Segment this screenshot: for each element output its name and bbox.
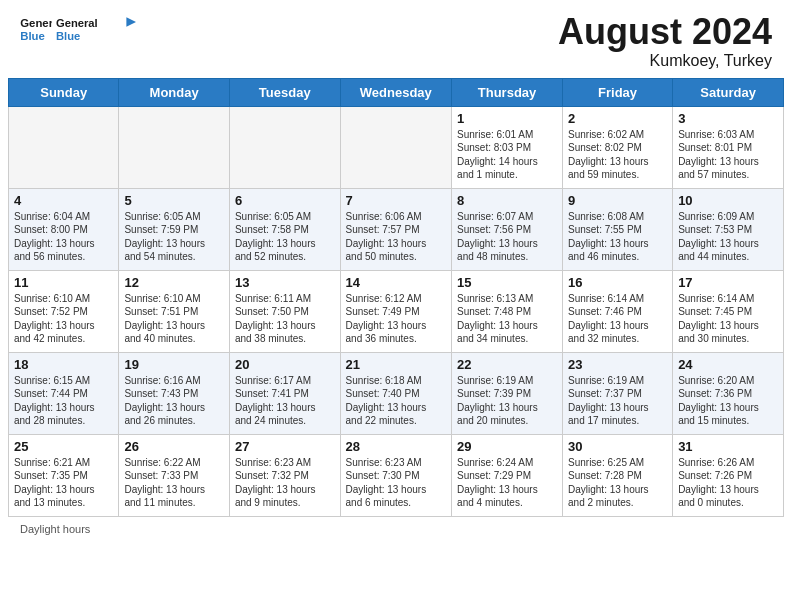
- day-number: 21: [346, 357, 447, 372]
- svg-text:General: General: [20, 17, 52, 29]
- svg-marker-5: [126, 17, 136, 27]
- day-number: 10: [678, 193, 778, 208]
- day-number: 25: [14, 439, 113, 454]
- day-number: 27: [235, 439, 335, 454]
- calendar-cell: 3Sunrise: 6:03 AM Sunset: 8:01 PM Daylig…: [673, 106, 784, 188]
- calendar-cell: 7Sunrise: 6:06 AM Sunset: 7:57 PM Daylig…: [340, 188, 452, 270]
- weekday-header: Saturday: [673, 78, 784, 106]
- day-number: 15: [457, 275, 557, 290]
- day-info: Sunrise: 6:05 AM Sunset: 7:58 PM Dayligh…: [235, 210, 335, 264]
- day-info: Sunrise: 6:22 AM Sunset: 7:33 PM Dayligh…: [124, 456, 224, 510]
- day-number: 14: [346, 275, 447, 290]
- calendar-cell: [229, 106, 340, 188]
- day-info: Sunrise: 6:12 AM Sunset: 7:49 PM Dayligh…: [346, 292, 447, 346]
- day-number: 17: [678, 275, 778, 290]
- day-info: Sunrise: 6:18 AM Sunset: 7:40 PM Dayligh…: [346, 374, 447, 428]
- calendar-cell: 11Sunrise: 6:10 AM Sunset: 7:52 PM Dayli…: [9, 270, 119, 352]
- day-info: Sunrise: 6:19 AM Sunset: 7:39 PM Dayligh…: [457, 374, 557, 428]
- header: General Blue General Blue August 2024 Ku…: [0, 0, 792, 78]
- calendar-cell: 2Sunrise: 6:02 AM Sunset: 8:02 PM Daylig…: [563, 106, 673, 188]
- day-info: Sunrise: 6:02 AM Sunset: 8:02 PM Dayligh…: [568, 128, 667, 182]
- day-number: 30: [568, 439, 667, 454]
- day-info: Sunrise: 6:13 AM Sunset: 7:48 PM Dayligh…: [457, 292, 557, 346]
- day-info: Sunrise: 6:26 AM Sunset: 7:26 PM Dayligh…: [678, 456, 778, 510]
- calendar-cell: 12Sunrise: 6:10 AM Sunset: 7:51 PM Dayli…: [119, 270, 230, 352]
- calendar-cell: 21Sunrise: 6:18 AM Sunset: 7:40 PM Dayli…: [340, 352, 452, 434]
- svg-text:Blue: Blue: [56, 30, 80, 42]
- day-number: 20: [235, 357, 335, 372]
- calendar-cell: 19Sunrise: 6:16 AM Sunset: 7:43 PM Dayli…: [119, 352, 230, 434]
- day-number: 6: [235, 193, 335, 208]
- day-info: Sunrise: 6:17 AM Sunset: 7:41 PM Dayligh…: [235, 374, 335, 428]
- day-info: Sunrise: 6:01 AM Sunset: 8:03 PM Dayligh…: [457, 128, 557, 182]
- day-info: Sunrise: 6:03 AM Sunset: 8:01 PM Dayligh…: [678, 128, 778, 182]
- calendar-table: SundayMondayTuesdayWednesdayThursdayFrid…: [8, 78, 784, 517]
- day-info: Sunrise: 6:14 AM Sunset: 7:46 PM Dayligh…: [568, 292, 667, 346]
- day-info: Sunrise: 6:16 AM Sunset: 7:43 PM Dayligh…: [124, 374, 224, 428]
- calendar-cell: 28Sunrise: 6:23 AM Sunset: 7:30 PM Dayli…: [340, 434, 452, 516]
- day-number: 23: [568, 357, 667, 372]
- day-info: Sunrise: 6:09 AM Sunset: 7:53 PM Dayligh…: [678, 210, 778, 264]
- calendar-cell: [340, 106, 452, 188]
- weekday-header: Thursday: [452, 78, 563, 106]
- logo: General Blue General Blue: [20, 12, 136, 46]
- calendar-cell: 25Sunrise: 6:21 AM Sunset: 7:35 PM Dayli…: [9, 434, 119, 516]
- day-info: Sunrise: 6:04 AM Sunset: 8:00 PM Dayligh…: [14, 210, 113, 264]
- day-number: 2: [568, 111, 667, 126]
- day-number: 12: [124, 275, 224, 290]
- weekday-header: Wednesday: [340, 78, 452, 106]
- day-info: Sunrise: 6:23 AM Sunset: 7:30 PM Dayligh…: [346, 456, 447, 510]
- calendar-cell: 6Sunrise: 6:05 AM Sunset: 7:58 PM Daylig…: [229, 188, 340, 270]
- calendar-cell: 22Sunrise: 6:19 AM Sunset: 7:39 PM Dayli…: [452, 352, 563, 434]
- day-number: 31: [678, 439, 778, 454]
- calendar-cell: 18Sunrise: 6:15 AM Sunset: 7:44 PM Dayli…: [9, 352, 119, 434]
- day-info: Sunrise: 6:05 AM Sunset: 7:59 PM Dayligh…: [124, 210, 224, 264]
- day-number: 1: [457, 111, 557, 126]
- svg-text:Blue: Blue: [20, 30, 45, 42]
- calendar-cell: 5Sunrise: 6:05 AM Sunset: 7:59 PM Daylig…: [119, 188, 230, 270]
- calendar-cell: 10Sunrise: 6:09 AM Sunset: 7:53 PM Dayli…: [673, 188, 784, 270]
- calendar-cell: [119, 106, 230, 188]
- calendar-cell: 4Sunrise: 6:04 AM Sunset: 8:00 PM Daylig…: [9, 188, 119, 270]
- weekday-header: Tuesday: [229, 78, 340, 106]
- day-number: 16: [568, 275, 667, 290]
- day-info: Sunrise: 6:20 AM Sunset: 7:36 PM Dayligh…: [678, 374, 778, 428]
- calendar-cell: 20Sunrise: 6:17 AM Sunset: 7:41 PM Dayli…: [229, 352, 340, 434]
- calendar-cell: 13Sunrise: 6:11 AM Sunset: 7:50 PM Dayli…: [229, 270, 340, 352]
- day-info: Sunrise: 6:15 AM Sunset: 7:44 PM Dayligh…: [14, 374, 113, 428]
- daylight-label: Daylight hours: [20, 523, 90, 535]
- calendar-cell: 23Sunrise: 6:19 AM Sunset: 7:37 PM Dayli…: [563, 352, 673, 434]
- day-number: 3: [678, 111, 778, 126]
- day-info: Sunrise: 6:10 AM Sunset: 7:51 PM Dayligh…: [124, 292, 224, 346]
- logo-flag-icon: General Blue: [56, 14, 136, 46]
- weekday-header: Sunday: [9, 78, 119, 106]
- svg-text:General: General: [56, 17, 98, 29]
- day-number: 9: [568, 193, 667, 208]
- day-number: 8: [457, 193, 557, 208]
- calendar-cell: 16Sunrise: 6:14 AM Sunset: 7:46 PM Dayli…: [563, 270, 673, 352]
- day-info: Sunrise: 6:19 AM Sunset: 7:37 PM Dayligh…: [568, 374, 667, 428]
- day-info: Sunrise: 6:14 AM Sunset: 7:45 PM Dayligh…: [678, 292, 778, 346]
- weekday-header: Friday: [563, 78, 673, 106]
- day-info: Sunrise: 6:10 AM Sunset: 7:52 PM Dayligh…: [14, 292, 113, 346]
- day-info: Sunrise: 6:25 AM Sunset: 7:28 PM Dayligh…: [568, 456, 667, 510]
- title-block: August 2024 Kumkoey, Turkey: [558, 12, 772, 70]
- calendar-cell: 30Sunrise: 6:25 AM Sunset: 7:28 PM Dayli…: [563, 434, 673, 516]
- calendar-cell: 17Sunrise: 6:14 AM Sunset: 7:45 PM Dayli…: [673, 270, 784, 352]
- day-number: 24: [678, 357, 778, 372]
- day-info: Sunrise: 6:07 AM Sunset: 7:56 PM Dayligh…: [457, 210, 557, 264]
- calendar-cell: 14Sunrise: 6:12 AM Sunset: 7:49 PM Dayli…: [340, 270, 452, 352]
- footer: Daylight hours: [0, 517, 792, 541]
- day-info: Sunrise: 6:06 AM Sunset: 7:57 PM Dayligh…: [346, 210, 447, 264]
- day-number: 29: [457, 439, 557, 454]
- day-info: Sunrise: 6:11 AM Sunset: 7:50 PM Dayligh…: [235, 292, 335, 346]
- calendar-cell: 9Sunrise: 6:08 AM Sunset: 7:55 PM Daylig…: [563, 188, 673, 270]
- calendar-cell: 26Sunrise: 6:22 AM Sunset: 7:33 PM Dayli…: [119, 434, 230, 516]
- day-number: 13: [235, 275, 335, 290]
- calendar-cell: 15Sunrise: 6:13 AM Sunset: 7:48 PM Dayli…: [452, 270, 563, 352]
- day-info: Sunrise: 6:23 AM Sunset: 7:32 PM Dayligh…: [235, 456, 335, 510]
- weekday-header: Monday: [119, 78, 230, 106]
- month-year: August 2024: [558, 12, 772, 52]
- day-number: 28: [346, 439, 447, 454]
- day-number: 5: [124, 193, 224, 208]
